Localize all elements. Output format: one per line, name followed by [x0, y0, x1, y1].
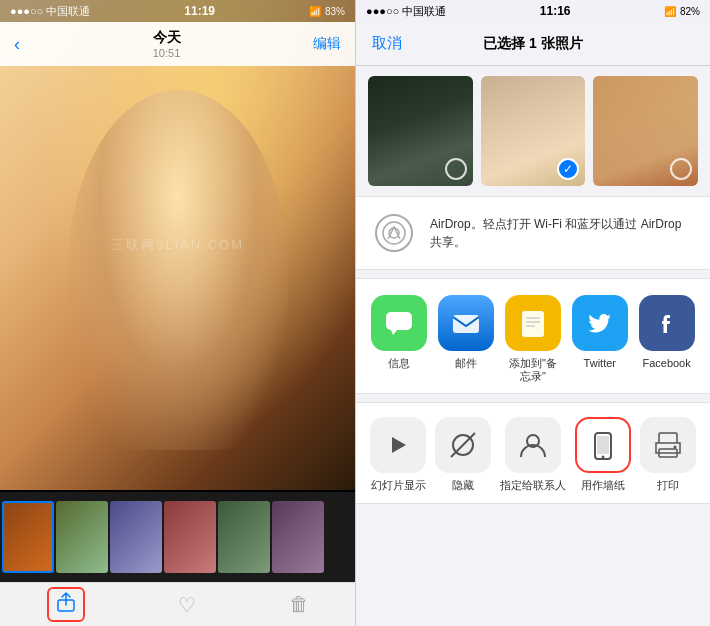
heart-icon[interactable]: ♡ [178, 593, 196, 617]
nav-title-left: 今天 [153, 29, 181, 47]
airdrop-text: AirDrop。轻点打开 Wi-Fi 和蓝牙以通过 AirDrop 共享。 [430, 215, 694, 251]
notes-label: 添加到"备忘录" [505, 357, 561, 383]
photo-thumb-warm[interactable] [593, 76, 698, 186]
action-row: 幻灯片显示 隐藏 指定给联系人 [356, 402, 710, 503]
action-contact[interactable]: 指定给联系人 [500, 417, 566, 492]
wallpaper-label: 用作墙纸 [581, 479, 625, 492]
share-icon [55, 595, 77, 617]
status-bar-right: ●●●○○ 中国联通 11:16 📶 82% [356, 0, 710, 22]
unselected-circle-1 [445, 158, 467, 180]
svg-line-13 [451, 433, 475, 457]
action-print[interactable]: 打印 [640, 417, 696, 492]
selected-check: ✓ [557, 158, 579, 180]
airdrop-section[interactable]: AirDrop。轻点打开 Wi-Fi 和蓝牙以通过 AirDrop 共享。 [356, 196, 710, 270]
svg-rect-6 [453, 315, 479, 333]
slideshow-icon [370, 417, 426, 473]
notes-icon [505, 295, 561, 351]
hide-icon [435, 417, 491, 473]
mail-label: 邮件 [455, 357, 477, 370]
photo-thumbnails-row: ✓ [356, 66, 710, 196]
back-button-left[interactable]: ‹ [14, 34, 20, 55]
thumb-3[interactable] [110, 501, 162, 573]
svg-marker-11 [392, 437, 406, 453]
facebook-label: Facebook [642, 357, 690, 370]
app-twitter[interactable]: Twitter [572, 295, 628, 370]
left-panel: ●●●○○ 中国联通 11:19 📶 83% ‹ 今天 10:51 编辑 三联网… [0, 0, 355, 626]
contact-icon [505, 417, 561, 473]
battery-right: 📶 82% [664, 6, 700, 17]
twitter-label: Twitter [584, 357, 616, 370]
svg-point-2 [383, 222, 405, 244]
cancel-button[interactable]: 取消 [372, 34, 402, 53]
messages-icon [371, 295, 427, 351]
app-mail[interactable]: 邮件 [438, 295, 494, 370]
status-bar-left: ●●●○○ 中国联通 11:19 📶 83% [0, 0, 355, 22]
mail-icon [438, 295, 494, 351]
twitter-icon [572, 295, 628, 351]
action-hide[interactable]: 隐藏 [435, 417, 491, 492]
right-panel: ●●●○○ 中国联通 11:16 📶 82% 取消 已选择 1 张照片 ✓ [355, 0, 710, 626]
airdrop-icon [372, 211, 416, 255]
time-right: 11:16 [540, 4, 571, 18]
edit-button-left[interactable]: 编辑 [313, 35, 341, 53]
thumbnail-strip[interactable] [0, 492, 355, 582]
svg-marker-5 [391, 330, 397, 335]
svg-point-1 [376, 215, 412, 251]
thumb-5[interactable] [218, 501, 270, 573]
girl-figure [68, 90, 288, 450]
svg-point-17 [601, 456, 604, 459]
share-apps-section: 信息 邮件 [356, 278, 710, 394]
action-wallpaper[interactable]: 用作墙纸 [575, 417, 631, 492]
trash-icon[interactable]: 🗑 [289, 593, 309, 616]
share-header: 取消 已选择 1 张照片 [356, 22, 710, 66]
share-apps-row: 信息 邮件 [366, 295, 700, 383]
time-left: 11:19 [184, 4, 215, 18]
photo-thumb-light[interactable]: ✓ [481, 76, 586, 186]
print-label: 打印 [657, 479, 679, 492]
carrier-right: ●●●○○ 中国联通 [366, 4, 446, 19]
contact-label: 指定给联系人 [500, 479, 566, 492]
print-icon [640, 417, 696, 473]
facebook-icon [639, 295, 695, 351]
watermark: 三联网3LIAN.COM [111, 236, 244, 254]
carrier-left: ●●●○○ 中国联通 [10, 4, 90, 19]
battery-left: 📶 83% [309, 6, 345, 17]
wallpaper-icon [575, 417, 631, 473]
svg-rect-4 [386, 312, 412, 330]
thumb-4[interactable] [164, 501, 216, 573]
title-block-left: 今天 10:51 [153, 29, 181, 59]
bottom-toolbar-left: ♡ 🗑 [0, 582, 355, 626]
main-photo: 三联网3LIAN.COM [0, 0, 355, 490]
messages-label: 信息 [388, 357, 410, 370]
photo-thumb-dark[interactable] [368, 76, 473, 186]
thumb-6[interactable] [272, 501, 324, 573]
svg-rect-7 [522, 311, 544, 337]
thumb-1[interactable] [2, 501, 54, 573]
app-messages[interactable]: 信息 [371, 295, 427, 370]
slideshow-label: 幻灯片显示 [371, 479, 426, 492]
svg-rect-16 [597, 436, 609, 454]
nav-subtitle-left: 10:51 [153, 47, 181, 59]
svg-point-20 [673, 446, 676, 449]
hide-label: 隐藏 [452, 479, 474, 492]
share-header-title: 已选择 1 张照片 [483, 35, 583, 53]
thumb-2[interactable] [56, 501, 108, 573]
app-notes[interactable]: 添加到"备忘录" [505, 295, 561, 383]
nav-bar-left: ‹ 今天 10:51 编辑 [0, 22, 355, 66]
unselected-circle-3 [670, 158, 692, 180]
app-facebook[interactable]: Facebook [639, 295, 695, 370]
action-slideshow[interactable]: 幻灯片显示 [370, 417, 426, 492]
share-button[interactable] [47, 587, 85, 622]
svg-rect-18 [659, 433, 677, 443]
